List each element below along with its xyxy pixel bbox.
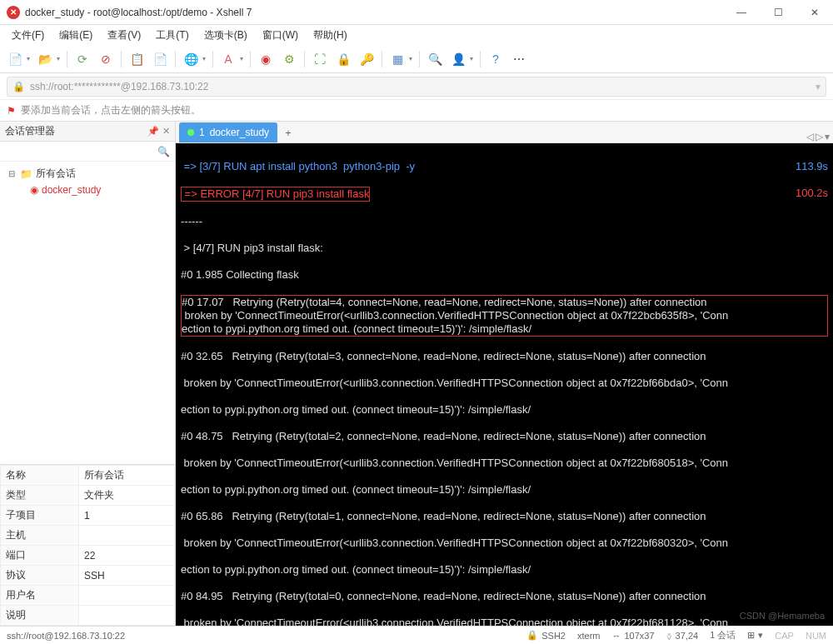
app-icon: ✕ bbox=[7, 6, 20, 19]
tabs: 1 docker_study + ◁ ▷ ▾ bbox=[176, 122, 833, 143]
status-pos: 37,24 bbox=[676, 631, 699, 641]
profile-icon[interactable]: 👤 bbox=[448, 49, 468, 69]
session-icon: ◉ bbox=[30, 184, 38, 196]
tab-prev-icon[interactable]: ◁ bbox=[806, 131, 814, 142]
toolbar: 📄▾ 📂▾ ⟳ ⊘ 📋 📄 🌐▾ A▾ ◉ ⚙ ⛶ 🔒 🔑 ▦▾ 🔍 👤▾ ? … bbox=[0, 45, 833, 73]
table-row: 端口22 bbox=[1, 546, 175, 566]
sidebar-close-icon[interactable]: ✕ bbox=[162, 126, 170, 137]
open-icon[interactable]: 📂 bbox=[35, 49, 55, 69]
addressbar-row: 🔒 ssh://root:************@192.168.73.10:… bbox=[0, 73, 833, 100]
search-icon[interactable]: 🔍 bbox=[425, 49, 445, 69]
reconnect-icon[interactable]: ⟳ bbox=[72, 49, 92, 69]
tab-label: docker_study bbox=[210, 127, 269, 138]
properties-table: 名称所有会话 类型文件夹 子项目1 主机 端口22 协议SSH 用户名 说明 bbox=[0, 465, 175, 626]
sidebar-header: 会话管理器 📌 ✕ bbox=[0, 122, 175, 142]
properties-panel: 名称所有会话 类型文件夹 子项目1 主机 端口22 协议SSH 用户名 说明 bbox=[0, 464, 175, 626]
paste-icon[interactable]: 📄 bbox=[150, 49, 170, 69]
table-row: 协议SSH bbox=[1, 566, 175, 586]
menu-file[interactable]: 文件(F) bbox=[5, 27, 51, 44]
sidebar-search[interactable]: 🔍 bbox=[0, 142, 175, 162]
font-icon[interactable]: A bbox=[218, 49, 238, 69]
new-session-icon[interactable]: 📄 bbox=[5, 49, 25, 69]
menu-tabs[interactable]: 选项卡(B) bbox=[197, 27, 254, 44]
addressbar[interactable]: 🔒 ssh://root:************@192.168.73.10:… bbox=[7, 77, 826, 97]
status-size: 107x37 bbox=[625, 631, 655, 641]
lock-small-icon: 🔒 bbox=[12, 81, 25, 92]
target-icon[interactable]: ◉ bbox=[256, 49, 276, 69]
session-tree: ⊟ 📁 所有会话 ◉ docker_study bbox=[0, 162, 175, 464]
tree-session[interactable]: ◉ docker_study bbox=[27, 182, 172, 197]
menu-tools[interactable]: 工具(T) bbox=[149, 27, 195, 44]
tab-index: 1 bbox=[199, 127, 205, 138]
menu-window[interactable]: 窗口(W) bbox=[256, 27, 305, 44]
table-row: 用户名 bbox=[1, 586, 175, 606]
globe-icon[interactable]: 🌐 bbox=[181, 49, 201, 69]
status-connection: ssh://root@192.168.73.10:22 bbox=[7, 631, 125, 641]
folder-icon: 📁 bbox=[20, 168, 32, 180]
table-row: 名称所有会话 bbox=[1, 466, 175, 486]
help-icon[interactable]: ? bbox=[486, 49, 506, 69]
menu-edit[interactable]: 编辑(E) bbox=[52, 27, 99, 44]
connection-status-icon bbox=[187, 129, 194, 136]
menu-help[interactable]: 帮助(H) bbox=[307, 27, 354, 44]
hint-text: 要添加当前会话，点击左侧的箭头按钮。 bbox=[21, 103, 201, 117]
table-row: 类型文件夹 bbox=[1, 486, 175, 506]
status-term: xterm bbox=[577, 631, 601, 641]
fullscreen-icon[interactable]: ⛶ bbox=[310, 49, 330, 69]
menubar: 文件(F) 编辑(E) 查看(V) 工具(T) 选项卡(B) 窗口(W) 帮助(… bbox=[0, 25, 833, 45]
status-ssh: SSH2 bbox=[541, 631, 566, 641]
disconnect-icon[interactable]: ⊘ bbox=[96, 49, 116, 69]
statusbar: ssh://root@192.168.73.10:22 🔒SSH2 xterm … bbox=[0, 626, 833, 644]
tree-root[interactable]: ⊟ 📁 所有会话 bbox=[3, 165, 172, 182]
cursor-icon: ⎀ bbox=[666, 631, 672, 641]
settings-icon[interactable]: ⋯ bbox=[509, 49, 529, 69]
hintbar: ⚑ 要添加当前会话，点击左侧的箭头按钮。 bbox=[0, 100, 833, 122]
copy-icon[interactable]: 📋 bbox=[127, 49, 147, 69]
tree-root-label: 所有会话 bbox=[36, 167, 76, 181]
layout-small-icon[interactable]: ⊞ bbox=[747, 630, 755, 641]
ssh-lock-icon: 🔒 bbox=[526, 630, 538, 641]
tab-list-icon[interactable]: ▾ bbox=[825, 131, 830, 142]
table-row: 子项目1 bbox=[1, 506, 175, 526]
status-num: NUM bbox=[806, 631, 826, 641]
menu-view[interactable]: 查看(V) bbox=[101, 27, 147, 44]
key-icon[interactable]: 🔑 bbox=[357, 49, 377, 69]
table-row: 说明 bbox=[1, 606, 175, 626]
lock-icon[interactable]: 🔒 bbox=[333, 49, 353, 69]
minimize-button[interactable]: — bbox=[730, 4, 753, 21]
size-icon: ↔ bbox=[612, 631, 621, 641]
tree-session-label: docker_study bbox=[42, 184, 101, 196]
status-sessions: 1 会话 bbox=[710, 629, 736, 642]
window-title: docker_study - root@localhost:/opt/demo … bbox=[25, 7, 252, 18]
terminal[interactable]: => [3/7] RUN apt install python3 python3… bbox=[176, 143, 833, 626]
content-area: 1 docker_study + ◁ ▷ ▾ => [3/7] RUN apt … bbox=[176, 122, 833, 626]
titlebar: ✕ docker_study - root@localhost:/opt/dem… bbox=[0, 0, 833, 25]
watermark: CSDN @Hemameba bbox=[740, 609, 825, 622]
sidebar: 会话管理器 📌 ✕ 🔍 ⊟ 📁 所有会话 ◉ docker_study 名称所有… bbox=[0, 122, 176, 626]
flag-icon: ⚑ bbox=[7, 105, 16, 117]
address-text: ssh://root:************@192.168.73.10:22 bbox=[30, 81, 208, 92]
layout-icon[interactable]: ▦ bbox=[387, 49, 407, 69]
maximize-button[interactable]: ☐ bbox=[766, 4, 790, 21]
tab-next-icon[interactable]: ▷ bbox=[816, 131, 823, 142]
tab-active[interactable]: 1 docker_study bbox=[179, 122, 277, 142]
sidebar-title: 会话管理器 bbox=[5, 124, 55, 138]
pin-icon[interactable]: 📌 bbox=[147, 126, 159, 137]
search-small-icon: 🔍 bbox=[157, 146, 170, 157]
tools-icon[interactable]: ⚙ bbox=[279, 49, 299, 69]
address-dropdown-icon[interactable]: ▾ bbox=[816, 81, 821, 92]
table-row: 主机 bbox=[1, 526, 175, 546]
status-cap: CAP bbox=[775, 631, 794, 641]
close-button[interactable]: ✕ bbox=[803, 4, 826, 21]
tree-collapse-icon[interactable]: ⊟ bbox=[7, 169, 17, 178]
tab-add-button[interactable]: + bbox=[279, 124, 297, 142]
